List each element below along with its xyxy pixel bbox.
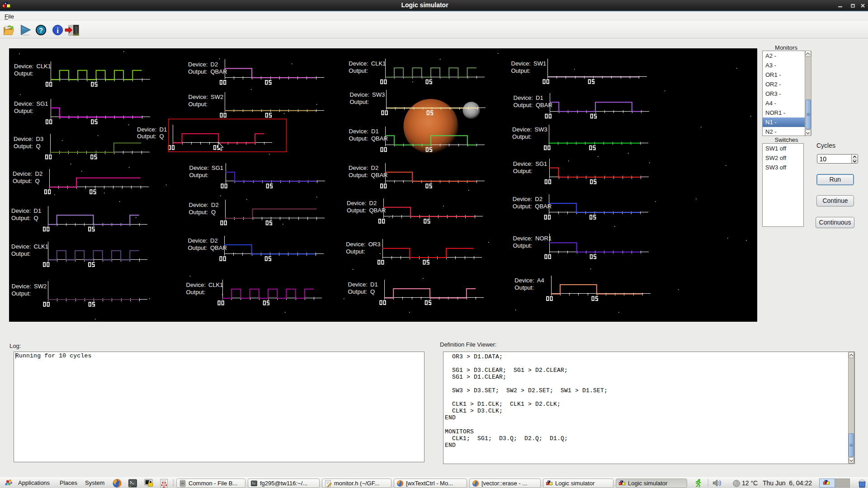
svg-text:SW3: SW3 bbox=[535, 126, 547, 133]
svg-text:A4: A4 bbox=[537, 277, 544, 284]
svg-text:Device:: Device: bbox=[349, 60, 368, 67]
svg-text:Output:: Output: bbox=[13, 177, 32, 184]
svg-text:Output:: Output: bbox=[513, 167, 533, 174]
svg-text:Device:: Device: bbox=[14, 135, 33, 142]
svg-text:Device:: Device: bbox=[137, 126, 156, 133]
svg-text:Output:: Output: bbox=[188, 244, 208, 251]
svg-text:SW2: SW2 bbox=[34, 282, 47, 289]
svg-text:NOR1: NOR1 bbox=[535, 235, 552, 242]
svg-text:SW1: SW1 bbox=[533, 60, 546, 66]
svg-text:Output:: Output: bbox=[350, 98, 369, 105]
svg-text:Q: Q bbox=[211, 208, 216, 215]
svg-text:D2: D2 bbox=[210, 237, 218, 244]
svg-text:SG1: SG1 bbox=[37, 100, 48, 107]
svg-text:Device:: Device: bbox=[11, 243, 31, 249]
svg-text:Device:: Device: bbox=[347, 199, 366, 206]
svg-text:Q: Q bbox=[160, 133, 164, 140]
svg-text:Device:: Device: bbox=[189, 164, 209, 171]
svg-text:D2: D2 bbox=[211, 201, 219, 208]
svg-text:D2: D2 bbox=[211, 61, 218, 67]
svg-text:Q: Q bbox=[370, 288, 375, 295]
svg-text:Q: Q bbox=[35, 177, 40, 184]
svg-text:Output:: Output: bbox=[189, 171, 209, 178]
svg-text:Output:: Output: bbox=[513, 202, 532, 209]
svg-text:Device:: Device: bbox=[14, 100, 33, 107]
svg-text:Device:: Device: bbox=[513, 235, 533, 242]
svg-text:SW3: SW3 bbox=[372, 91, 385, 98]
svg-text:Output:: Output: bbox=[513, 242, 533, 249]
svg-text:D2: D2 bbox=[369, 199, 377, 206]
svg-text:Device:: Device: bbox=[514, 94, 533, 101]
svg-text:CLK1: CLK1 bbox=[371, 60, 386, 67]
svg-text:D3: D3 bbox=[36, 135, 44, 142]
svg-text:Q: Q bbox=[34, 215, 38, 221]
svg-text:Device:: Device: bbox=[512, 126, 532, 133]
svg-text:D1: D1 bbox=[371, 128, 379, 135]
svg-text:Device:: Device: bbox=[186, 281, 206, 288]
svg-text:Output:: Output: bbox=[14, 70, 33, 76]
svg-text:Output:: Output: bbox=[11, 250, 31, 257]
svg-text:Device:: Device: bbox=[188, 237, 208, 244]
svg-text:Output:: Output: bbox=[347, 206, 366, 213]
svg-text:Output:: Output: bbox=[188, 68, 208, 75]
svg-text:Output:: Output: bbox=[349, 171, 368, 178]
svg-text:Output:: Output: bbox=[137, 133, 156, 140]
svg-text:Output:: Output: bbox=[12, 290, 31, 296]
svg-text:Output:: Output: bbox=[189, 208, 208, 215]
svg-text:Device:: Device: bbox=[513, 195, 532, 202]
svg-text:Output:: Output: bbox=[511, 67, 531, 74]
svg-text:SG1: SG1 bbox=[535, 160, 547, 167]
svg-text:Device:: Device: bbox=[11, 207, 31, 214]
svg-text:Device:: Device: bbox=[189, 201, 208, 208]
svg-text:Device:: Device: bbox=[13, 170, 32, 177]
svg-text:D1: D1 bbox=[370, 281, 378, 288]
svg-text:Output:: Output: bbox=[514, 102, 533, 108]
svg-text:Q: Q bbox=[36, 142, 41, 149]
svg-text:Output:: Output: bbox=[514, 284, 534, 291]
svg-text:CLK1: CLK1 bbox=[208, 281, 223, 288]
svg-text:Device:: Device: bbox=[349, 164, 368, 171]
svg-text:Device:: Device: bbox=[348, 281, 368, 288]
svg-text:D1: D1 bbox=[536, 94, 543, 101]
svg-text:Device:: Device: bbox=[346, 240, 365, 247]
svg-text:SG1: SG1 bbox=[212, 164, 223, 171]
svg-text:SW2: SW2 bbox=[211, 94, 223, 100]
svg-text:Output:: Output: bbox=[349, 67, 368, 74]
svg-text:Output:: Output: bbox=[346, 248, 365, 254]
svg-text:Device:: Device: bbox=[189, 94, 208, 100]
svg-text:Device:: Device: bbox=[349, 128, 368, 135]
svg-text:?: ? bbox=[39, 26, 43, 34]
svg-text:D1: D1 bbox=[160, 126, 167, 133]
svg-text:Output:: Output: bbox=[349, 135, 368, 142]
svg-text:OR3: OR3 bbox=[368, 240, 381, 247]
svg-text:Output:: Output: bbox=[14, 107, 33, 114]
svg-text:D2: D2 bbox=[35, 170, 43, 177]
svg-text:D1: D1 bbox=[34, 207, 42, 214]
svg-text:i: i bbox=[57, 26, 59, 35]
svg-text:Device:: Device: bbox=[188, 61, 208, 67]
svg-text:Device:: Device: bbox=[350, 91, 369, 98]
svg-text:Output:: Output: bbox=[186, 288, 206, 295]
svg-text:D2: D2 bbox=[535, 195, 542, 202]
svg-text:D2: D2 bbox=[371, 164, 379, 171]
svg-text:Output:: Output: bbox=[189, 101, 208, 108]
svg-text:Device:: Device: bbox=[14, 62, 33, 69]
svg-text:Device:: Device: bbox=[513, 160, 533, 167]
svg-text:Device:: Device: bbox=[511, 60, 531, 66]
svg-text:Output:: Output: bbox=[512, 133, 532, 140]
svg-text:CLK1: CLK1 bbox=[34, 243, 49, 249]
svg-text:Output:: Output: bbox=[348, 288, 368, 295]
svg-text:Output:: Output: bbox=[14, 142, 33, 149]
svg-text:Device:: Device: bbox=[12, 282, 31, 289]
svg-text:Output:: Output: bbox=[11, 215, 31, 221]
svg-text:CLK1: CLK1 bbox=[37, 62, 52, 69]
svg-text:Device:: Device: bbox=[514, 277, 534, 284]
